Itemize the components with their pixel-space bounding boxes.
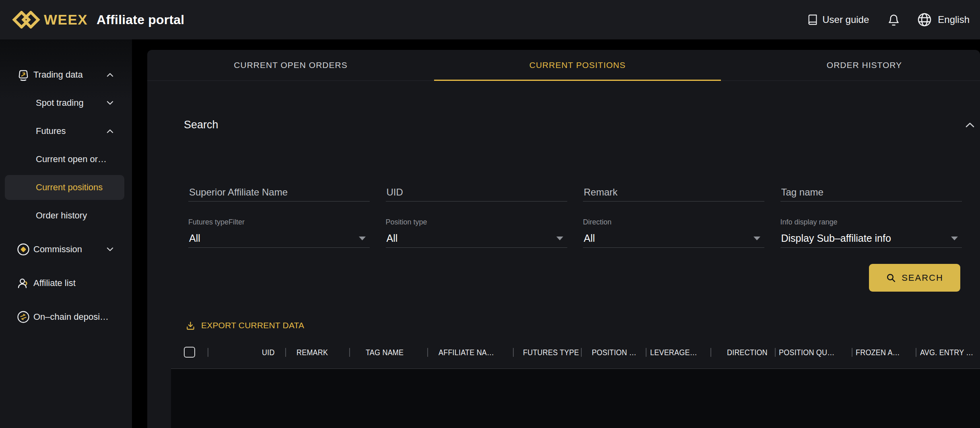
column-header-tag-name: TAG NAME xyxy=(366,347,404,358)
sidebar: Trading dataSpot tradingFuturesCurrent o… xyxy=(0,39,132,428)
column-header-avg-entry: AVG. ENTRY … xyxy=(920,347,973,358)
field-tag-name xyxy=(780,183,962,202)
collapse-search-button[interactable] xyxy=(966,122,974,128)
sidebar-item-row: Futures xyxy=(0,117,132,145)
brand-name: WEEX xyxy=(44,12,88,28)
language-switcher[interactable]: English xyxy=(917,12,970,27)
caret-down-icon xyxy=(951,236,958,241)
column-divider xyxy=(581,348,582,357)
sidebar-item-futures[interactable]: Futures xyxy=(0,117,132,145)
sidebar-item-row: Affiliate list xyxy=(0,269,132,297)
column-header-direction: DIRECTION xyxy=(727,347,768,358)
search-button-label: SEARCH xyxy=(902,273,943,283)
trading-data-icon xyxy=(16,68,30,82)
direction-select[interactable]: All xyxy=(583,229,764,248)
column-divider xyxy=(775,348,776,357)
sidebar-item-row: On–chain deposi… xyxy=(0,303,132,331)
sidebar-item-label: Commission xyxy=(33,244,82,255)
brand: WEEX Affiliate portal xyxy=(12,11,184,29)
tab-label: CURRENT OPEN ORDERS xyxy=(234,60,347,70)
sidebar-item-label: Affiliate list xyxy=(33,278,76,288)
remark-input[interactable] xyxy=(583,187,764,201)
search-button[interactable]: SEARCH xyxy=(869,264,960,292)
search-inputs-row xyxy=(188,183,961,202)
sidebar-item-row: Current open or… xyxy=(0,145,132,173)
tab-bar: CURRENT OPEN ORDERSCURRENT POSITIONSORDE… xyxy=(147,50,980,81)
column-divider xyxy=(513,348,514,357)
sidebar-item-row: Trading data xyxy=(0,61,132,89)
select-value: All xyxy=(583,233,595,244)
select-label: Direction xyxy=(583,217,764,227)
download-icon xyxy=(186,321,195,330)
column-divider xyxy=(852,348,852,357)
main-panel: CURRENT OPEN ORDERSCURRENT POSITIONSORDE… xyxy=(147,50,980,428)
select-label: Futures typeFilter xyxy=(188,217,370,227)
field-uid xyxy=(386,183,567,202)
magnifier-icon xyxy=(886,273,896,283)
column-header-affiliate-na: AFFILIATE NA… xyxy=(439,347,494,358)
futures-type-filter-select[interactable]: All xyxy=(188,229,370,248)
table-header: UIDREMARKTAG NAMEAFFILIATE NA…FUTURES TY… xyxy=(147,335,980,368)
chevron-up-icon xyxy=(107,73,113,77)
bell-icon xyxy=(887,13,900,27)
weex-logo-icon xyxy=(12,11,40,29)
column-header-position-qu: POSITION QU… xyxy=(779,347,834,358)
sidebar-item-on-chain-deposit[interactable]: On–chain deposi… xyxy=(0,303,132,331)
book-icon xyxy=(807,14,818,25)
page-title: Affiliate portal xyxy=(97,12,184,27)
tab-current-open-orders[interactable]: CURRENT OPEN ORDERS xyxy=(147,50,434,80)
search-selects-row: Futures typeFilterAllPosition typeAllDir… xyxy=(188,217,961,248)
sidebar-item-affiliate-list[interactable]: Affiliate list xyxy=(0,269,132,297)
select-value: All xyxy=(386,233,398,244)
sidebar-item-commission[interactable]: Commission xyxy=(0,235,132,263)
on-chain-deposit-icon xyxy=(16,310,30,324)
sidebar-item-trading-data[interactable]: Trading data xyxy=(0,61,132,89)
sidebar-item-current-positions[interactable]: Current positions xyxy=(0,173,132,202)
select-all-checkbox[interactable] xyxy=(184,347,195,358)
sidebar-item-order-history[interactable]: Order history xyxy=(0,202,132,230)
position-type-select[interactable]: All xyxy=(386,229,567,248)
sidebar-item-label: Order history xyxy=(36,210,87,221)
column-header-remark: REMARK xyxy=(296,347,328,358)
sidebar-item-label: Futures xyxy=(36,126,66,136)
field-remark xyxy=(583,183,764,202)
sidebar-item-row: Current positions xyxy=(0,173,132,202)
user-guide-label: User guide xyxy=(822,14,869,25)
caret-down-icon xyxy=(753,236,761,241)
chevron-down-icon xyxy=(107,247,113,251)
tag-name-input[interactable] xyxy=(780,187,962,201)
select-label: Position type xyxy=(386,217,567,227)
language-label: English xyxy=(938,14,970,25)
select-value: Display Sub–affiliate info xyxy=(780,233,891,244)
sidebar-item-label: Current open or… xyxy=(36,154,107,165)
tab-label: CURRENT POSITIONS xyxy=(529,60,626,70)
uid-input[interactable] xyxy=(386,187,567,201)
column-divider xyxy=(349,348,350,357)
sidebar-item-current-open-orders[interactable]: Current open or… xyxy=(0,145,132,173)
affiliate-list-icon xyxy=(16,276,30,290)
sidebar-nav: Trading dataSpot tradingFuturesCurrent o… xyxy=(0,39,132,331)
search-section-title: Search xyxy=(184,119,218,131)
sidebar-item-label: Spot trading xyxy=(36,98,84,108)
column-header-position: POSITION … xyxy=(592,347,636,358)
tab-order-history[interactable]: ORDER HISTORY xyxy=(721,50,980,80)
sidebar-item-label: Trading data xyxy=(33,70,83,80)
user-guide-button[interactable]: User guide xyxy=(807,14,869,25)
commission-icon xyxy=(16,243,30,256)
column-header-leverage: LEVERAGE… xyxy=(650,347,697,358)
export-current-data-button[interactable]: EXPORT CURRENT DATA xyxy=(186,320,304,331)
column-header-futures-type: FUTURES TYPE xyxy=(523,347,579,358)
column-divider xyxy=(208,348,208,357)
info-display-range-select[interactable]: Display Sub–affiliate info xyxy=(780,229,962,248)
tab-label: ORDER HISTORY xyxy=(827,60,902,70)
notifications-button[interactable] xyxy=(887,13,900,27)
superior-affiliate-name-input[interactable] xyxy=(188,187,370,201)
sidebar-item-spot-trading[interactable]: Spot trading xyxy=(0,89,132,117)
sidebar-item-label: Current positions xyxy=(36,182,103,193)
sidebar-item-row: Spot trading xyxy=(0,89,132,117)
select-label: Info display range xyxy=(780,217,962,227)
select-value: All xyxy=(188,233,200,244)
field-direction: DirectionAll xyxy=(583,217,764,248)
topbar-actions: User guide English xyxy=(807,12,970,27)
tab-current-positions[interactable]: CURRENT POSITIONS xyxy=(434,50,721,80)
